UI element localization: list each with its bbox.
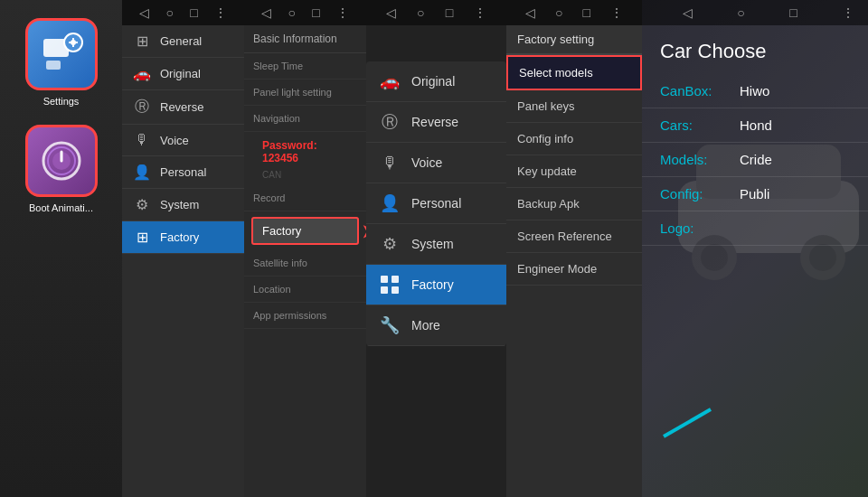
basic-info-rows: Sleep Time Panel light setting Navigatio… xyxy=(244,53,366,497)
overlay-factory-icon xyxy=(379,274,401,295)
nav-bar-6: ◁ ○ □ ⋮ xyxy=(642,0,868,25)
back-icon-4: ◁ xyxy=(386,5,396,20)
svg-rect-9 xyxy=(392,276,399,283)
factory-panel-keys[interactable]: Panel keys xyxy=(506,90,642,123)
factory-engineer-mode[interactable]: Engineer Mode xyxy=(506,253,642,286)
cars-row: Cars: Hond xyxy=(642,108,868,143)
car-choose-content: ◁ ○ □ ⋮ Car Choose CanBox: Hiwo Cars: Ho… xyxy=(642,0,868,497)
menu-items-list: ⊞ General 🚗 Original Ⓡ Reverse 🎙 Voice 👤… xyxy=(122,25,244,497)
overlay-reverse[interactable]: Ⓡ Reverse xyxy=(366,102,506,143)
recents-icon-5: □ xyxy=(583,5,590,20)
home-icon: ○ xyxy=(165,5,173,20)
nav-bar-5: ◁ ○ □ ⋮ xyxy=(506,0,642,25)
arrow-3: ➤ xyxy=(362,220,366,242)
svg-rect-10 xyxy=(381,286,388,294)
back-icon-6: ◁ xyxy=(683,5,693,20)
models-row: Models: Cride xyxy=(642,143,868,177)
overlay-personal-icon: 👤 xyxy=(379,192,401,214)
original-icon: 🚗 xyxy=(133,65,151,82)
overlay-more[interactable]: 🔧 More xyxy=(366,305,506,346)
svg-rect-8 xyxy=(381,276,388,283)
recents-icon-3: □ xyxy=(312,5,319,20)
menu-reverse[interactable]: Ⓡ Reverse xyxy=(122,90,244,125)
factory-label-text: Factory xyxy=(262,224,301,238)
navigation-row: Navigation xyxy=(244,106,366,132)
back-icon-3: ◁ xyxy=(261,5,271,20)
overlay-original-icon: 🚗 xyxy=(379,70,401,92)
menu-general[interactable]: ⊞ General xyxy=(122,25,244,58)
voice-icon: 🎙 xyxy=(133,132,151,148)
menu-icon-5: ⋮ xyxy=(610,5,623,20)
menu-personal[interactable]: 👤 Personal ➤ xyxy=(122,156,244,189)
personal-icon: 👤 xyxy=(133,164,151,181)
recents-icon-4: □ xyxy=(446,5,453,20)
canbox-row: CanBox: Hiwo xyxy=(642,74,868,108)
boot-anim-app[interactable]: Boot Animati... xyxy=(25,125,98,213)
basic-info-header: Basic Information xyxy=(244,25,366,53)
back-icon: ◁ xyxy=(139,5,149,20)
factory-items-list: Select models ➤ Panel keys Config info K… xyxy=(506,55,642,497)
factory-select-models[interactable]: Select models ➤ xyxy=(506,55,642,90)
overlay-original[interactable]: 🚗 Original xyxy=(366,61,506,102)
menu-system[interactable]: ⚙ System xyxy=(122,189,244,221)
recents-icon-6: □ xyxy=(789,5,797,20)
password-text: Password: 123456 xyxy=(253,136,357,168)
menu-voice[interactable]: 🎙 Voice xyxy=(122,125,244,156)
home-icon-6: ○ xyxy=(737,5,744,20)
svg-rect-3 xyxy=(46,61,61,70)
boot-anim-icon xyxy=(25,125,98,197)
factory-config-info[interactable]: Config info xyxy=(506,123,642,155)
menu-icon-6: ⋮ xyxy=(842,5,854,20)
factory-settings-panel: ◁ ○ □ ⋮ Factory setting Select models ➤ … xyxy=(506,0,642,497)
reverse-icon: Ⓡ xyxy=(133,98,151,117)
overlay-system-icon: ⚙ xyxy=(379,233,401,255)
svg-rect-11 xyxy=(392,286,399,294)
nav-bar-4: ◁ ○ □ ⋮ xyxy=(366,0,506,25)
settings-app-icon xyxy=(25,18,98,90)
overlay-system[interactable]: ⚙ System xyxy=(366,224,506,265)
overlay-reverse-icon: Ⓡ xyxy=(379,111,401,133)
location-row: Location xyxy=(244,277,366,303)
panel-light-row: Panel light setting xyxy=(244,80,366,106)
menu-icon-3: ⋮ xyxy=(336,5,349,20)
home-icon-4: ○ xyxy=(417,5,424,20)
menu-original[interactable]: 🚗 Original xyxy=(122,58,244,90)
back-icon-5: ◁ xyxy=(525,5,535,20)
home-icon-5: ○ xyxy=(555,5,562,20)
record-row: Record xyxy=(244,185,366,211)
recents-icon: □ xyxy=(190,5,197,20)
settings-menu-panel: ◁ ○ □ ⋮ ⊞ General 🚗 Original Ⓡ Reverse 🎙… xyxy=(122,0,244,497)
overlay-menu-panel: ◁ ○ □ ⋮ 🚗 Original Ⓡ Reverse 🎙 Voice 👤 P… xyxy=(366,0,506,497)
satellite-row: Satellite info xyxy=(244,250,366,277)
system-icon: ⚙ xyxy=(133,196,151,213)
config-row: Config: Publi xyxy=(642,177,868,211)
menu-factory[interactable]: ⊞ Factory xyxy=(122,221,244,254)
overlay-voice-icon: 🎙 xyxy=(379,152,401,173)
menu-icon: ⋮ xyxy=(214,5,227,20)
app-permissions-row: App permissions xyxy=(244,303,366,329)
nav-bar-2: ◁ ○ □ ⋮ xyxy=(122,0,244,25)
settings-label: Settings xyxy=(43,96,80,107)
app-drawer: Settings Boot Animati... ➤ xyxy=(0,0,122,497)
sleep-time-row: Sleep Time xyxy=(244,53,366,80)
logo-row: Logo: xyxy=(642,211,868,246)
home-icon-3: ○ xyxy=(288,5,295,20)
factory-highlight-box[interactable]: Factory ➤ xyxy=(251,217,359,245)
factory-screen-ref[interactable]: Screen Reference xyxy=(506,220,642,253)
general-icon: ⊞ xyxy=(133,33,151,50)
overlay-factory[interactable]: Factory xyxy=(366,265,506,305)
nav-bar-3: ◁ ○ □ ⋮ xyxy=(244,0,366,25)
basic-info-panel: ◁ ○ □ ⋮ Basic Information Sleep Time Pan… xyxy=(244,0,366,497)
settings-app[interactable]: Settings xyxy=(25,18,98,107)
overlay-personal[interactable]: 👤 Personal xyxy=(366,183,506,224)
factory-settings-title: Factory setting xyxy=(506,25,642,55)
factory-backup-apk[interactable]: Backup Apk xyxy=(506,188,642,220)
overlay-more-icon: 🔧 xyxy=(379,314,401,336)
svg-point-2 xyxy=(71,40,76,45)
car-choose-title: Car Choose xyxy=(642,25,868,74)
menu-icon-4: ⋮ xyxy=(474,5,486,20)
factory-key-update[interactable]: Key update xyxy=(506,155,642,188)
boot-anim-label: Boot Animati... xyxy=(29,202,93,213)
overlay-menu-list: 🚗 Original Ⓡ Reverse 🎙 Voice 👤 Personal … xyxy=(366,61,506,346)
overlay-voice[interactable]: 🎙 Voice xyxy=(366,143,506,183)
